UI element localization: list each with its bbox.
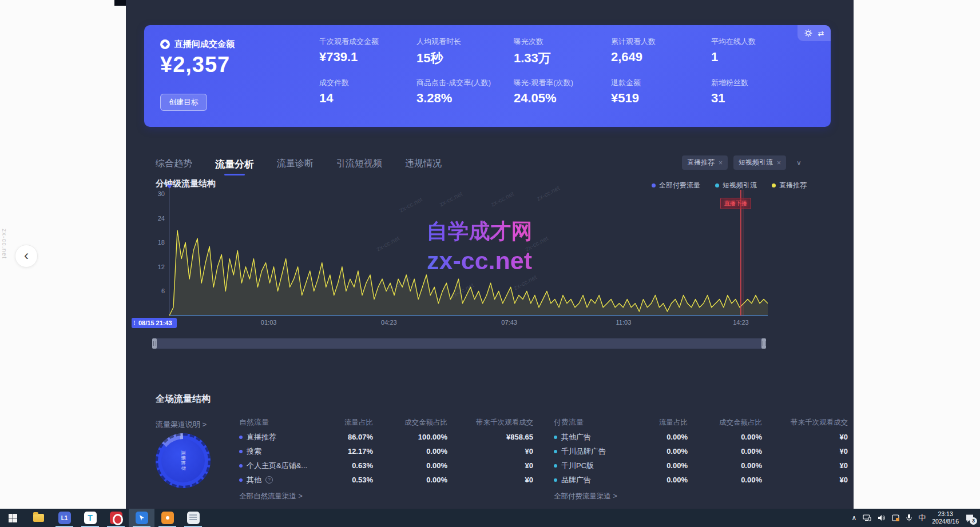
traffic-row-label: 搜索 [247,446,261,457]
microphone-icon[interactable] [906,514,912,522]
metric-value: 1.33万 [514,50,611,67]
metric-value: 1 [711,50,808,65]
traffic-table-row[interactable]: 千川PC版0.00%0.00%¥0 [554,458,848,473]
chip-close-icon[interactable]: × [777,159,781,167]
banner-metric: 成交件数14 [319,78,416,106]
taskbar-clock[interactable]: 23:13 2024/8/16 [932,510,959,525]
traffic-row-value: 0.00% [625,433,688,441]
x-axis-tick-label: 14:23 [721,319,761,326]
create-goal-button[interactable]: 创建目标 [160,94,207,111]
taskbar-icon-windows-start[interactable] [0,509,26,527]
traffic-table-row[interactable]: 个人主页&店铺&...0.63%0.00%¥0 [239,458,533,473]
traffic-table-footer-link[interactable]: 全部自然流量渠道 > [239,492,533,501]
traffic-row-value: 0.00% [625,461,688,470]
traffic-row-label: 直播推荐 [247,432,276,442]
gmv-banner: 直播间成交金额 ¥2,357 创建目标 千次观看成交金额¥739.1人均观看时长… [144,25,831,127]
tray-expand-icon[interactable]: ∧ [851,514,856,522]
legend-item[interactable]: 直播推荐 [772,181,807,190]
traffic-row-dot [554,450,557,453]
filter-chip[interactable]: 短视频引流× [733,155,786,170]
ime-indicator[interactable]: 中 [918,513,926,523]
chart-plot-area[interactable]: zx-cc.netzx-cc.netzx-cc.netzx-cc.netzx-c… [169,189,768,317]
settings-gear-icon[interactable] [804,29,812,37]
traffic-row-value: 0.00% [688,476,762,484]
taskbar-icon-orange-capture-app[interactable] [154,509,180,527]
x-axis-tick-label: 11:03 [604,319,644,326]
traffic-column-header: 流量占比 [625,418,688,428]
chip-close-icon[interactable]: × [719,159,723,167]
volume-icon[interactable] [878,514,886,521]
metric-value: ¥519 [611,91,708,106]
traffic-group-label: 付费流量 [554,417,625,428]
help-icon[interactable]: ? [265,476,273,484]
metric-value: 24.05% [514,91,611,106]
clock-date: 2024/8/16 [932,518,959,525]
taskbar-icon-t-meeting-app[interactable]: T [77,509,103,527]
legend-dot [652,183,656,187]
traffic-row-value: ¥0 [762,476,848,484]
traffic-table-row[interactable]: 品牌广告0.00%0.00%¥0 [554,473,848,487]
stream-end-marker-badge: 直播下播 [720,198,751,209]
gmv-target-icon [160,39,170,49]
traffic-table-row[interactable]: 直播推荐86.07%100.00%¥858.65 [239,430,533,444]
traffic-row-value: ¥0 [447,447,533,456]
network-icon[interactable] [863,514,871,521]
y-axis-tick-label: 24 [149,215,165,222]
metric-value: 14 [319,91,416,106]
traffic-column-header: 带来千次观看成交 [762,418,848,428]
traffic-row-name: 品牌广告 [554,475,625,485]
windows-taskbar: L1T ∧ 中 23:13 2024/8/16 3 [0,509,980,527]
traffic-row-name: 搜索 [239,446,310,457]
chips-dropdown-icon[interactable]: ∨ [792,157,806,169]
metric-label: 新增粉丝数 [711,78,808,88]
metric-value: 2,649 [611,50,708,65]
metric-value: 15秒 [416,50,514,67]
traffic-row-value: ¥0 [762,461,848,470]
traffic-table-row[interactable]: 千川品牌广告0.00%0.00%¥0 [554,444,848,458]
capture-tool-tray-icon[interactable] [892,514,900,522]
traffic-row-label: 其他 [247,475,261,485]
traffic-table-header: 自然流量流量占比成交金额占比带来千次观看成交 [239,415,533,430]
traffic-group-label: 自然流量 [239,417,310,428]
clock-time: 23:13 [932,510,959,518]
traffic-table-row[interactable]: 其他?0.53%0.00%¥0 [239,473,533,487]
traffic-row-name: 其他? [239,475,310,485]
filter-chips: 直播推荐×短视频引流×∨ [682,155,806,170]
traffic-row-value: 0.63% [310,461,373,470]
traffic-table-row[interactable]: 其他广告0.00%0.00%¥0 [554,430,848,444]
traffic-table-footer-link[interactable]: 全部付费流量渠道 > [554,492,848,501]
taskbar-icon-red-o-browser[interactable] [103,509,129,527]
traffic-row-name: 直播推荐 [239,432,310,442]
traffic-row-dot [239,478,243,482]
range-slider-right-handle[interactable] [761,338,766,349]
metric-value: 31 [711,91,808,106]
swap-view-icon[interactable]: ⇄ [818,29,824,38]
taskbar-icon-pointer-app[interactable] [129,509,154,527]
traffic-column-header: 成交金额占比 [688,418,762,428]
channel-help-link[interactable]: 流量渠道说明 > [156,420,207,430]
traffic-row-name: 千川品牌广告 [554,446,625,457]
traffic-row-value: 0.00% [625,476,688,484]
metric-label: 商品点击-成交率(人数) [416,78,514,88]
traffic-row-value: 0.00% [625,447,688,456]
chart-start-time-tag[interactable]: 08/15 21:43 [132,318,177,328]
back-button[interactable]: ‹ [15,245,38,268]
traffic-row-label: 个人主页&店铺&... [247,461,307,471]
banner-corner-tools: ⇄ [798,25,831,41]
traffic-row-value: 12.17% [310,447,373,456]
taskbar-icon-file-explorer[interactable] [26,509,51,527]
taskbar-icon-notepad-app[interactable] [180,509,206,527]
range-slider-left-handle[interactable] [152,338,157,349]
filter-chip[interactable]: 直播推荐× [682,155,728,170]
metric-label: 曝光-观看率(次数) [514,78,611,88]
gmv-title: 直播间成交金额 [174,39,235,50]
traffic-table-row[interactable]: 搜索12.17%0.00%¥0 [239,444,533,458]
notification-center-icon[interactable]: 3 [965,514,974,522]
natural-traffic-table: 自然流量流量占比成交金额占比带来千次观看成交直播推荐86.07%100.00%¥… [239,415,533,501]
metric-label: 累计观看人数 [611,37,708,47]
chart-title: 分钟级流量结构 [156,178,216,189]
taskbar-icon-l1-app[interactable]: L1 [51,509,77,527]
metric-label: 退款金额 [611,78,708,88]
metric-label: 曝光次数 [514,37,611,47]
chart-range-slider[interactable] [153,338,765,349]
